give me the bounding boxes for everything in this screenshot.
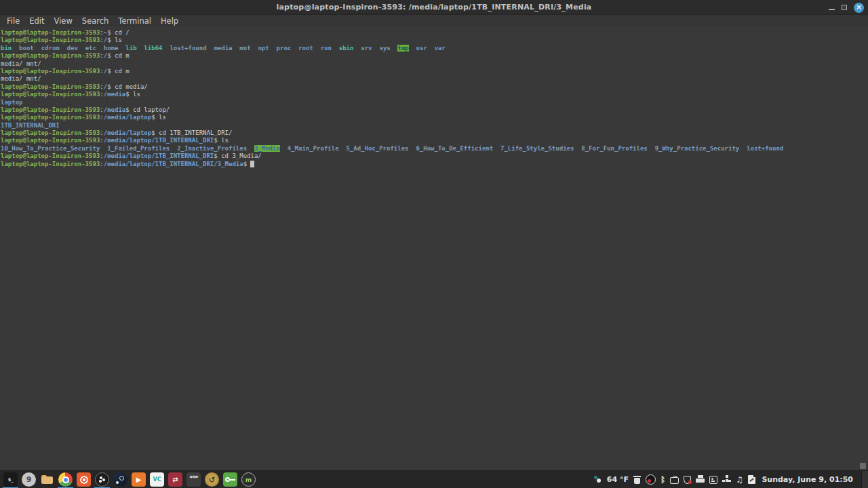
menu-help[interactable]: Help [157, 16, 182, 26]
image-viewer-icon[interactable]: 9 [20, 471, 38, 488]
terminal-line: 10_How_To_Practice_Security 1_Failed_Pro… [1, 145, 868, 152]
menu-bar: FileEditViewSearchTerminalHelp [0, 15, 868, 27]
terminal-line: laptop@laptop-Inspiron-3593:/media/lapto… [1, 137, 868, 144]
image-viewer-glyph: 9 [22, 472, 36, 487]
temperature-label[interactable]: 64 °F [607, 474, 629, 485]
terminal-line: laptop [1, 99, 868, 106]
vidcutter-icon[interactable]: VC [148, 471, 166, 488]
menu-file[interactable]: File [3, 16, 24, 26]
terminal-line: media/ mnt/ [1, 75, 868, 83]
taskbar-panel: $_9▶VC⇄»»»↺m 64 °Fᛒ♫ Sunday, June 9, 01:… [0, 470, 868, 488]
terminal-line: laptop@laptop-Inspiron-3593:/media/lapto… [1, 129, 868, 137]
video-editor-glyph: »»» [186, 472, 201, 487]
show-desktop-button[interactable] [861, 471, 868, 488]
terminal-line: laptop@laptop-Inspiron-3593:/$ ls [1, 37, 868, 44]
terminal-line: laptop@laptop-Inspiron-3593:/$ cd media/ [1, 83, 868, 91]
terminal-line: media/ mnt/ [1, 60, 868, 68]
window-controls: × [829, 0, 864, 15]
terminal-window: laptop@laptop-Inspiron-3593: /media/lapt… [0, 0, 868, 488]
file-manager-icon[interactable] [38, 471, 56, 488]
keepassxc-icon[interactable] [221, 471, 239, 488]
window-title: laptop@laptop-Inspiron-3593: /media/lapt… [0, 3, 868, 12]
audio-player-icon[interactable]: ♫ [736, 474, 743, 485]
update-manager-icon[interactable] [670, 477, 679, 484]
terminal-line: laptop@laptop-Inspiron-3593:/$ cd m [1, 68, 868, 75]
chrome-browser-glyph [58, 472, 73, 487]
vidcutter-glyph: VC [150, 472, 164, 487]
terminal-line: laptop@laptop-Inspiron-3593:/$ cd m [1, 52, 868, 60]
printer-icon[interactable] [696, 475, 705, 484]
scrollbar-thumb[interactable] [860, 463, 866, 469]
obs-studio-glyph [95, 472, 109, 487]
terminal-line: bin boot cdrom dev etc home lib lib64 lo… [1, 45, 868, 52]
swirl-media-app-glyph [77, 472, 91, 487]
terminal-cursor [250, 161, 254, 167]
video-player-icon[interactable]: ▶ [130, 471, 148, 488]
steam-icon[interactable] [111, 471, 130, 488]
system-tray: 64 °Fᛒ♫ [591, 471, 757, 488]
swirl-media-app-icon[interactable] [75, 471, 93, 488]
trash-icon[interactable] [633, 475, 641, 484]
obs-studio-icon[interactable] [93, 471, 111, 488]
notes-icon[interactable] [748, 475, 755, 484]
bluetooth-icon[interactable]: ᛒ [660, 474, 665, 485]
keepassxc-glyph [223, 472, 237, 487]
terminal-icon[interactable]: $_ [1, 471, 20, 488]
clock[interactable]: Sunday, June 9, 01:50 [762, 475, 853, 484]
terminal-output[interactable]: laptop@laptop-Inspiron-3593:~$ cd /lapto… [0, 27, 868, 470]
chrome-browser-icon[interactable] [56, 471, 75, 488]
video-player-glyph: ▶ [132, 472, 146, 487]
video-editor-icon[interactable]: »»» [184, 471, 203, 488]
terminal-glyph: $_ [3, 472, 18, 487]
contacts-icon[interactable] [709, 476, 717, 484]
minimize-button[interactable] [829, 9, 835, 10]
network-icon[interactable] [722, 475, 731, 484]
maximize-button[interactable] [842, 5, 847, 10]
terminal-line: laptop@laptop-Inspiron-3593:~$ cd / [1, 29, 868, 37]
terminal-line: laptop@laptop-Inspiron-3593:/media/lapto… [1, 152, 868, 160]
terminal-line: laptop@laptop-Inspiron-3593:/media/lapto… [1, 161, 868, 168]
menu-terminal[interactable]: Terminal [114, 16, 155, 26]
terminal-line: 1TB_INTERNAL_DRI [1, 122, 868, 129]
obs-recorder-icon[interactable] [646, 474, 656, 485]
window-list: $_9▶VC⇄»»»↺m [0, 471, 258, 488]
file-manager-glyph [40, 472, 54, 487]
terminal-line: laptop@laptop-Inspiron-3593:/media$ cd l… [1, 106, 868, 114]
window-titlebar[interactable]: laptop@laptop-Inspiron-3593: /media/lapt… [0, 0, 868, 15]
terminal-line: laptop@laptop-Inspiron-3593:/media/lapto… [1, 114, 868, 121]
timeshift-glyph: ↺ [205, 472, 219, 487]
steam-glyph [113, 472, 127, 487]
mkvtoolnix-icon[interactable]: ⇄ [166, 471, 184, 488]
weather-icon[interactable] [594, 474, 602, 485]
firewall-icon[interactable] [684, 476, 691, 484]
menu-view[interactable]: View [50, 16, 77, 26]
timeshift-icon[interactable]: ↺ [203, 471, 221, 488]
mkvtoolnix-glyph: ⇄ [168, 472, 182, 487]
linux-mint-icon[interactable]: m [239, 471, 258, 488]
menu-edit[interactable]: Edit [25, 16, 48, 26]
close-button[interactable]: × [854, 3, 864, 13]
linux-mint-glyph: m [241, 472, 256, 487]
terminal-line: laptop@laptop-Inspiron-3593:/media$ ls [1, 91, 868, 98]
menu-search[interactable]: Search [78, 16, 113, 26]
